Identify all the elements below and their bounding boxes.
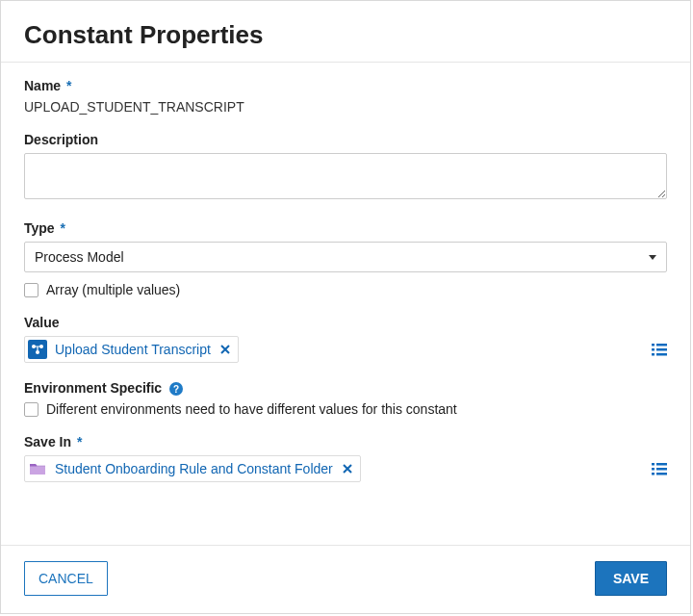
save-in-label: Save In * — [24, 434, 667, 449]
type-select-value: Process Model — [35, 249, 124, 265]
required-mark: * — [64, 78, 71, 93]
value-row: Upload Student Transcript — [24, 336, 667, 363]
svg-rect-8 — [656, 353, 667, 356]
description-input[interactable] — [24, 153, 667, 199]
save-in-label-text: Save In — [24, 434, 71, 449]
array-checkbox-row: Array (multiple values) — [24, 282, 667, 297]
cancel-button[interactable]: CANCEL — [24, 561, 108, 596]
required-mark: * — [75, 434, 82, 449]
svg-rect-13 — [652, 473, 654, 475]
save-in-chip-remove[interactable] — [341, 461, 354, 476]
env-specific-label: Environment Specific — [24, 380, 162, 396]
name-value: UPLOAD_STUDENT_TRANSCRIPT — [24, 99, 667, 115]
svg-rect-7 — [652, 353, 654, 356]
save-button[interactable]: SAVE — [595, 561, 667, 596]
svg-rect-14 — [656, 473, 667, 475]
svg-rect-4 — [656, 344, 667, 346]
value-chip-remove[interactable] — [218, 342, 232, 357]
value-label: Value — [24, 315, 667, 330]
close-icon — [343, 464, 352, 474]
svg-rect-5 — [652, 348, 654, 351]
close-icon — [220, 345, 230, 354]
array-checkbox-label: Array (multiple values) — [46, 282, 180, 297]
constant-properties-dialog: Constant Properties Name * UPLOAD_STUDEN… — [0, 0, 691, 614]
dialog-title: Constant Properties — [24, 20, 667, 50]
dialog-header: Constant Properties — [1, 1, 690, 63]
env-checkbox[interactable] — [24, 402, 38, 417]
description-label: Description — [24, 132, 667, 147]
svg-rect-6 — [656, 348, 667, 351]
svg-rect-10 — [656, 463, 667, 466]
help-icon[interactable]: ? — [169, 382, 183, 396]
folder-icon — [28, 459, 47, 478]
save-in-chip-label[interactable]: Student Onboarding Rule and Constant Fol… — [55, 461, 333, 476]
list-icon — [652, 462, 667, 475]
dialog-footer: CANCEL SAVE — [1, 545, 690, 613]
save-in-list-button[interactable] — [652, 462, 667, 475]
svg-rect-3 — [652, 344, 654, 346]
env-checkbox-row: Different environments need to have diff… — [24, 401, 667, 417]
array-checkbox[interactable] — [24, 283, 38, 297]
list-icon — [652, 343, 667, 356]
type-select[interactable]: Process Model — [24, 242, 667, 272]
value-chip-label[interactable]: Upload Student Transcript — [55, 342, 211, 357]
env-checkbox-label: Different environments need to have diff… — [46, 401, 457, 417]
type-label-text: Type — [24, 220, 55, 236]
chevron-down-icon — [649, 255, 656, 260]
name-label: Name * — [24, 78, 667, 93]
type-label: Type * — [24, 220, 667, 236]
required-mark: * — [59, 220, 65, 236]
svg-rect-12 — [656, 468, 667, 471]
value-chip: Upload Student Transcript — [24, 336, 239, 363]
dialog-body: Name * UPLOAD_STUDENT_TRANSCRIPT Descrip… — [1, 63, 690, 545]
svg-rect-9 — [652, 463, 654, 466]
svg-rect-11 — [652, 468, 654, 471]
save-in-row: Student Onboarding Rule and Constant Fol… — [24, 455, 667, 482]
name-label-text: Name — [24, 78, 61, 93]
process-model-icon — [28, 340, 47, 359]
save-in-chip: Student Onboarding Rule and Constant Fol… — [24, 455, 361, 482]
value-list-button[interactable] — [652, 343, 667, 356]
env-specific-label-row: Environment Specific ? — [24, 380, 667, 396]
